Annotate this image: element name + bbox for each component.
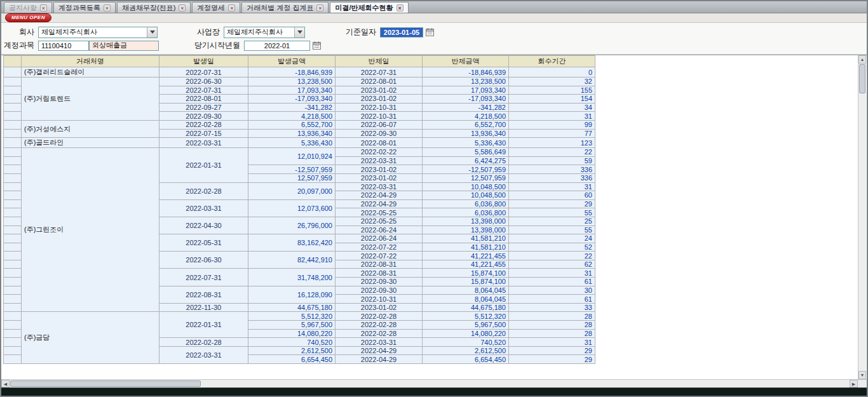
cell-collect-days[interactable]: 28 <box>509 321 595 330</box>
tab-close-icon[interactable]: × <box>179 4 186 11</box>
column-header-occur-amount[interactable]: 발생금액 <box>248 56 336 67</box>
cell-settle-date[interactable]: 2022-05-25 <box>336 217 423 225</box>
cell-settle-date[interactable]: 2022-09-30 <box>336 286 423 295</box>
cell-occur-amount[interactable]: 44,675,180 <box>248 303 336 312</box>
cell-occur-amount[interactable]: -18,846,939 <box>248 67 336 77</box>
column-header-settle-amount[interactable]: 반제금액 <box>423 56 509 67</box>
cell-settle-date[interactable]: 2022-08-01 <box>336 77 423 86</box>
cell-occur-amount[interactable]: 5,967,500 <box>248 321 336 330</box>
cell-settle-amount[interactable]: 6,654,450 <box>423 355 509 364</box>
base-date-input[interactable]: 2023-01-05 <box>380 27 423 37</box>
column-header-collect-days[interactable]: 회수기간 <box>509 56 595 67</box>
cell-settle-amount[interactable]: 41,221,455 <box>423 260 509 269</box>
column-header-settle-date[interactable]: 반제일 <box>336 56 423 67</box>
cell-collect-days[interactable]: 29 <box>509 355 595 364</box>
cell-collect-days[interactable]: 31 <box>509 338 595 347</box>
cell-collect-days[interactable]: 99 <box>509 120 595 129</box>
row-selector[interactable] <box>4 156 22 165</box>
cell-settle-date[interactable]: 2022-05-25 <box>336 208 423 217</box>
row-selector[interactable] <box>4 355 22 364</box>
cell-collect-days[interactable]: 28 <box>509 329 595 338</box>
cell-settle-amount[interactable]: 6,036,800 <box>423 199 509 208</box>
chevron-down-icon[interactable] <box>147 27 157 37</box>
cell-settle-date[interactable]: 2022-10-31 <box>336 295 423 304</box>
menu-open-button[interactable]: MENU OPEN <box>5 13 51 22</box>
cell-occur-date[interactable]: 2022-06-30 <box>159 252 248 269</box>
cell-collect-days[interactable]: 33 <box>509 303 595 312</box>
cell-collect-days[interactable]: 25 <box>509 217 595 225</box>
tab-close-icon[interactable]: × <box>316 4 323 11</box>
row-selector[interactable] <box>4 338 22 347</box>
cell-occur-amount[interactable]: 6,654,450 <box>248 355 336 364</box>
cell-settle-amount[interactable]: 44,675,180 <box>423 303 509 312</box>
tab-account-detail[interactable]: 계정명세× <box>192 2 240 13</box>
tab-close-icon[interactable]: × <box>104 4 111 11</box>
row-selector[interactable] <box>4 95 22 104</box>
row-selector[interactable] <box>4 346 22 355</box>
cell-settle-amount[interactable]: 13,238,500 <box>423 77 509 86</box>
row-selector[interactable] <box>4 329 22 338</box>
site-select[interactable]: 제일제지주식회사 <box>224 27 305 38</box>
cell-settle-amount[interactable]: 13,398,000 <box>423 225 509 234</box>
cell-settle-date[interactable]: 2023-01-02 <box>336 86 423 95</box>
cell-settle-amount[interactable]: 4,218,500 <box>423 112 509 121</box>
cell-settle-date[interactable]: 2022-06-24 <box>336 234 423 243</box>
cell-collect-days[interactable]: 61 <box>509 295 595 304</box>
cell-settle-amount[interactable]: 740,520 <box>423 338 509 347</box>
cell-settle-date[interactable]: 2022-08-01 <box>336 138 423 148</box>
row-selector[interactable] <box>4 138 22 148</box>
cell-occur-amount[interactable]: 12,073,600 <box>248 199 336 217</box>
cell-occur-date[interactable]: 2022-03-31 <box>159 199 248 217</box>
cell-occur-date[interactable]: 2022-05-31 <box>159 234 248 252</box>
cell-occur-amount[interactable]: 4,218,500 <box>248 112 336 121</box>
cell-collect-days[interactable]: 55 <box>509 208 595 217</box>
cell-customer-name[interactable]: (주)그린조이 <box>22 148 159 312</box>
cell-occur-amount[interactable]: 5,336,430 <box>248 138 336 148</box>
cell-occur-amount[interactable]: 83,162,420 <box>248 234 336 252</box>
cell-occur-date[interactable]: 2022-07-31 <box>159 86 248 95</box>
row-selector[interactable] <box>4 77 22 86</box>
cell-settle-amount[interactable]: 5,967,500 <box>423 321 509 330</box>
cell-settle-date[interactable]: 2022-04-29 <box>336 346 423 355</box>
cell-collect-days[interactable]: 0 <box>509 67 595 77</box>
cell-occur-date[interactable]: 2022-09-30 <box>159 112 248 121</box>
cell-settle-date[interactable]: 2022-04-29 <box>336 355 423 364</box>
cell-settle-amount[interactable]: 41,221,455 <box>423 252 509 260</box>
cell-settle-date[interactable]: 2022-02-28 <box>336 312 423 321</box>
cell-collect-days[interactable]: 31 <box>509 182 595 191</box>
cell-collect-days[interactable]: 29 <box>509 199 595 208</box>
row-selector[interactable] <box>4 303 22 312</box>
cell-settle-amount[interactable]: 5,336,430 <box>423 138 509 148</box>
cell-collect-days[interactable]: 31 <box>509 269 595 278</box>
cell-settle-amount[interactable]: 41,581,210 <box>423 234 509 243</box>
row-selector[interactable] <box>4 286 22 295</box>
cell-settle-amount[interactable]: 13,398,000 <box>423 217 509 225</box>
vertical-scroll-thumb[interactable] <box>859 64 865 93</box>
cell-settle-date[interactable]: 2022-10-31 <box>336 103 423 112</box>
cell-customer-name[interactable]: (주)골드라인 <box>22 138 159 148</box>
row-selector[interactable] <box>4 312 22 321</box>
column-header-customer-name[interactable]: 거래처명 <box>22 56 159 67</box>
calendar-icon[interactable] <box>425 27 435 37</box>
cell-collect-days[interactable]: 61 <box>509 278 595 286</box>
cell-settle-date[interactable]: 2023-01-02 <box>336 165 423 174</box>
row-selector[interactable] <box>4 252 22 260</box>
cell-occur-date[interactable]: 2022-07-15 <box>159 129 248 138</box>
cell-settle-date[interactable]: 2022-04-29 <box>336 199 423 208</box>
tab-outstanding-settlement-status[interactable]: 미결/반제회수현황× <box>330 2 408 13</box>
cell-collect-days[interactable]: 336 <box>509 173 595 182</box>
horizontal-scrollbar[interactable]: ◀ ▶ <box>1 379 867 387</box>
cell-occur-date[interactable]: 2022-01-31 <box>159 312 248 338</box>
cell-settle-date[interactable]: 2022-04-29 <box>336 191 423 200</box>
cell-settle-amount[interactable]: 6,552,700 <box>423 120 509 129</box>
cell-occur-date[interactable]: 2022-02-28 <box>159 338 248 347</box>
cell-settle-amount[interactable]: 15,874,100 <box>423 269 509 278</box>
cell-settle-date[interactable]: 2022-07-31 <box>336 67 423 77</box>
cell-settle-date[interactable]: 2022-08-31 <box>336 269 423 278</box>
row-selector[interactable] <box>4 86 22 95</box>
cell-settle-date[interactable]: 2022-02-28 <box>336 321 423 330</box>
row-selector[interactable] <box>4 148 22 157</box>
row-selector[interactable] <box>4 295 22 304</box>
row-selector[interactable] <box>4 182 22 191</box>
cell-settle-amount[interactable]: 41,581,210 <box>423 243 509 252</box>
